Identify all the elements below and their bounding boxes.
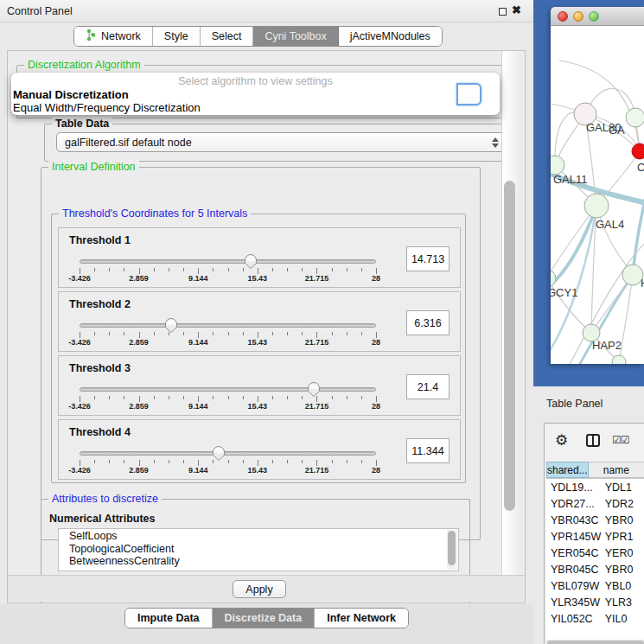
algorithm-popup-hint: Select algorithm to view settings (11, 75, 500, 87)
float-window-icon[interactable] (499, 8, 507, 16)
threshold-label: Threshold 3 (69, 362, 131, 374)
table-data-combo-value: galFiltered.sif default node (65, 137, 192, 149)
control-panel: Control Panel ✖ NetworkStyleSelectCyni T… (0, 0, 533, 644)
close-traffic-icon[interactable] (558, 11, 568, 22)
cyni-toolbox-content: Discretization Algorithm Table Data galF… (7, 50, 526, 603)
network-node[interactable] (612, 355, 626, 364)
table-data-combo[interactable]: galFiltered.sif default node (56, 132, 507, 152)
cell-shared-name: YER054C (546, 547, 602, 559)
tab-infer-network[interactable]: Infer Network (315, 609, 408, 628)
tab-jactivemnodules[interactable]: jActiveMNodules (339, 27, 442, 46)
threshold-slider-thumb[interactable] (307, 381, 321, 398)
apply-row: Apply (8, 575, 525, 602)
close-icon[interactable]: ✖ (512, 3, 521, 16)
cell-shared-name: YIL052C (546, 613, 602, 625)
attributes-scrollbar[interactable] (447, 530, 457, 570)
network-view-window[interactable]: GAL80GACGAL11GAL4GCY1HHAP2 (551, 7, 644, 364)
attributes-list[interactable]: SelfLoopsTopologicalCoefficientBetweenne… (58, 528, 459, 571)
slider-ticks (80, 460, 376, 466)
threshold-slider-thumb[interactable] (212, 445, 226, 462)
algorithm-combo-focus-ring[interactable] (456, 83, 481, 105)
threshold-value-field[interactable]: 14.713 (406, 246, 450, 271)
slider-ticks (80, 332, 376, 338)
bottom-tab-bar: Impute DataDiscretize DataInfer Network (124, 608, 409, 628)
network-node-label: C (637, 161, 644, 174)
network-node-label: GAL4 (596, 218, 624, 231)
content-scrollbar[interactable] (501, 51, 518, 575)
node-table[interactable]: shared... name YDL19...YDL1YDR27...YDR2Y… (546, 462, 644, 644)
select-columns-icon[interactable]: ☑☑ (612, 434, 629, 446)
network-node-label: GAL11 (553, 173, 588, 186)
network-node-gcy1[interactable] (551, 270, 556, 287)
apply-button[interactable]: Apply (233, 580, 286, 598)
threshold-label: Threshold 2 (69, 298, 131, 310)
cell-name: YBR0 (602, 564, 644, 576)
tab-cyni-toolbox[interactable]: Cyni Toolbox (253, 27, 338, 46)
cell-shared-name: YLR345W (546, 596, 602, 609)
tab-style[interactable]: Style (153, 27, 201, 46)
tab-label: Cyni Toolbox (265, 30, 326, 42)
table-row[interactable]: YPR145WYPR1 (546, 528, 644, 545)
table-panel: Table Panel ⚙ ☑☑ shared... name YDL19...… (533, 386, 644, 644)
network-graph: GAL80GACGAL11GAL4GCY1HHAP2 (551, 26, 644, 364)
tab-label: Network (101, 30, 141, 42)
network-node-label: GA (609, 124, 625, 137)
threshold-slider-track[interactable] (80, 259, 376, 264)
network-node-label: HAP2 (592, 339, 622, 352)
network-node-c[interactable] (632, 143, 644, 159)
cell-shared-name: YBL079W (546, 580, 602, 592)
table-row[interactable]: YIL052CYIL0 (546, 610, 644, 627)
threshold-slider-thumb[interactable] (244, 253, 258, 270)
threshold-value-field[interactable]: 21.4 (406, 374, 450, 399)
zoom-traffic-icon[interactable] (589, 11, 599, 22)
network-node-ga[interactable] (626, 108, 644, 127)
tab-label: Style (164, 30, 188, 42)
threshold-value-field[interactable]: 11.344 (406, 438, 450, 463)
cell-shared-name: YBR045C (546, 564, 602, 576)
table-row[interactable]: YDL19...YDL1 (546, 479, 644, 495)
attribute-item[interactable]: SelfLoops (59, 531, 446, 544)
threshold-slider-thumb[interactable] (164, 317, 178, 334)
content-scrollbar-thumb[interactable] (504, 181, 515, 511)
threshold-slider-track[interactable] (80, 387, 376, 392)
threshold-slider-track[interactable] (80, 451, 376, 456)
popup-item-manual-discretization[interactable]: Manual Discretization (13, 88, 129, 101)
network-icon (86, 29, 97, 44)
table-row[interactable]: YER054CYER0 (546, 545, 644, 561)
popup-item-equal-width-frequency[interactable]: Equal Width/Frequency Discretization (13, 101, 201, 114)
threshold-value-field[interactable]: 6.316 (406, 310, 450, 335)
tab-impute-data[interactable]: Impute Data (125, 609, 213, 628)
algorithm-popup: Select algorithm to view settings Manual… (11, 73, 500, 115)
network-node-gal4[interactable] (584, 194, 609, 218)
table-horizontal-scrollbar[interactable] (546, 640, 644, 644)
cell-shared-name: YDL19... (546, 481, 602, 494)
cell-name: YLR3 (602, 596, 644, 609)
gear-icon[interactable]: ⚙ (555, 431, 568, 450)
threshold-panel: Threshold 1-3.4262.8599.14415.4321.71528… (58, 227, 461, 288)
tab-select[interactable]: Select (201, 27, 254, 46)
threshold-list: Threshold 1-3.4262.8599.14415.4321.71528… (58, 227, 461, 483)
network-canvas[interactable]: GAL80GACGAL11GAL4GCY1HHAP2 (551, 26, 644, 364)
attribute-item[interactable]: TopologicalCoefficient (59, 544, 446, 557)
tab-label: jActiveMNodules (350, 30, 430, 42)
cell-name: YPR1 (602, 531, 644, 543)
table-row[interactable]: YBR045CYBR0 (546, 561, 644, 577)
minimize-traffic-icon[interactable] (573, 11, 583, 22)
attribute-item[interactable]: BetweennessCentrality (59, 556, 446, 569)
cell-name: YIL0 (602, 613, 644, 625)
table-row[interactable]: YDR27...YDR2 (546, 495, 644, 512)
column-header-shared-name[interactable]: shared... (546, 462, 589, 478)
slider-axis-labels: -3.4262.8599.14415.4321.71528 (80, 466, 376, 476)
table-row[interactable]: YBL079WYBL0 (546, 577, 644, 594)
cell-name: YBL0 (602, 580, 644, 592)
threshold-panel: Threshold 3-3.4262.8599.14415.4321.71528… (58, 355, 461, 416)
tab-network[interactable]: Network (74, 27, 153, 46)
network-window-titlebar[interactable] (551, 7, 644, 26)
column-header-name[interactable]: name (589, 462, 644, 478)
tab-discretize-data[interactable]: Discretize Data (213, 609, 316, 628)
table-row[interactable]: YLR345WYLR3 (546, 594, 644, 610)
slider-axis-labels: -3.4262.8599.14415.4321.71528 (80, 402, 376, 412)
columns-icon[interactable] (586, 434, 600, 447)
threshold-slider-track[interactable] (80, 323, 376, 328)
table-row[interactable]: YBR043CYBR0 (546, 512, 644, 528)
